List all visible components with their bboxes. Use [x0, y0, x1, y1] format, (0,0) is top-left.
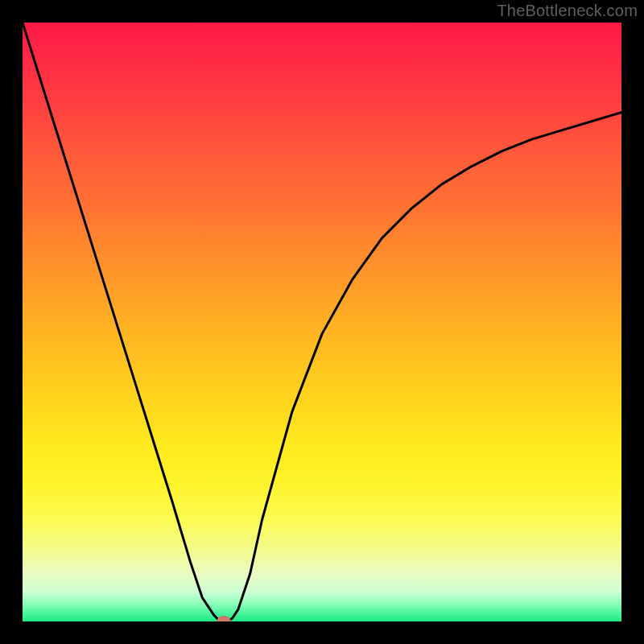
optimum-marker — [217, 616, 231, 621]
watermark-text: TheBottleneck.com — [497, 2, 638, 20]
chart-frame: TheBottleneck.com — [0, 0, 644, 644]
bottleneck-curve — [23, 23, 621, 621]
plot-area — [23, 23, 621, 621]
